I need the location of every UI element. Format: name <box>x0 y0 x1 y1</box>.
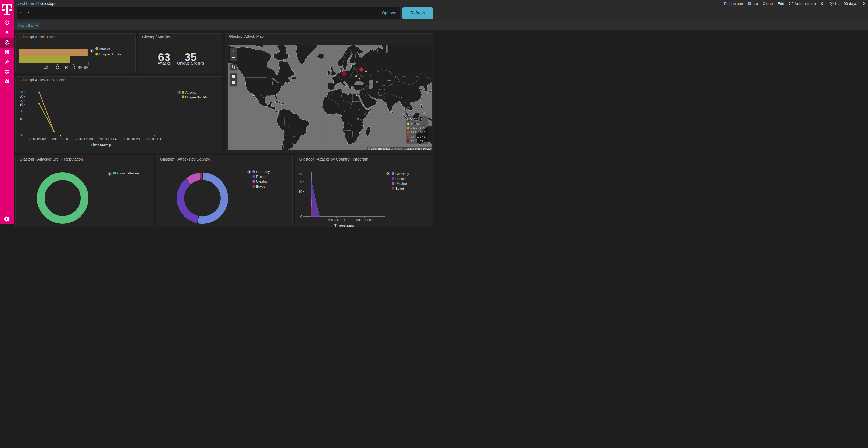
svg-text:Attacks: Attacks <box>99 47 110 50</box>
svg-text:Ukraine: Ukraine <box>395 182 407 185</box>
svg-text:30: 30 <box>64 66 68 69</box>
svg-text:Russia: Russia <box>395 177 406 181</box>
svg-text:20: 20 <box>56 66 59 69</box>
svg-text:Timestamp: Timestamp <box>91 143 111 147</box>
svg-text:30: 30 <box>20 102 23 106</box>
svg-text:0: 0 <box>301 215 302 218</box>
svg-text:0: 0 <box>21 133 23 137</box>
svg-text:20: 20 <box>299 180 302 184</box>
svg-text:Attacks: Attacks <box>185 91 196 95</box>
svg-text:60: 60 <box>84 66 88 69</box>
svg-text:10: 10 <box>299 190 302 194</box>
svg-text:2018-10-28: 2018-10-28 <box>122 137 140 141</box>
svg-text:Egypt: Egypt <box>395 186 404 191</box>
svg-text:Germany: Germany <box>395 172 409 176</box>
svg-text:known attacker: known attacker <box>117 171 140 175</box>
svg-text:2018-09-02: 2018-09-02 <box>28 137 46 141</box>
svg-text:2018-11-11: 2018-11-11 <box>146 137 163 141</box>
svg-text:Russia: Russia <box>256 175 267 179</box>
svg-text:2018-09-30: 2018-09-30 <box>76 137 93 141</box>
svg-text:50: 50 <box>20 95 23 98</box>
svg-text:2018-10-14: 2018-10-14 <box>99 137 117 141</box>
svg-text:30: 30 <box>299 172 302 176</box>
svg-text:10: 10 <box>20 117 23 121</box>
svg-text:Germany: Germany <box>256 170 270 174</box>
svg-text:60: 60 <box>20 90 23 94</box>
svg-text:40: 40 <box>71 66 75 69</box>
svg-text:20: 20 <box>20 109 23 113</box>
svg-text:10: 10 <box>44 66 48 69</box>
svg-text:Unique Src IPs: Unique Src IPs <box>185 95 208 99</box>
svg-text:Unique Src IPs: Unique Src IPs <box>99 53 121 56</box>
svg-text:2018-10-01: 2018-10-01 <box>328 218 345 222</box>
svg-text:Timestamp: Timestamp <box>334 223 355 224</box>
svg-text:2018-11-01: 2018-11-01 <box>356 218 373 222</box>
svg-text:Ukraine: Ukraine <box>256 180 268 183</box>
svg-text:Egypt: Egypt <box>256 184 265 188</box>
svg-text:50: 50 <box>78 66 82 69</box>
svg-text:2018-09-16: 2018-09-16 <box>52 137 69 141</box>
